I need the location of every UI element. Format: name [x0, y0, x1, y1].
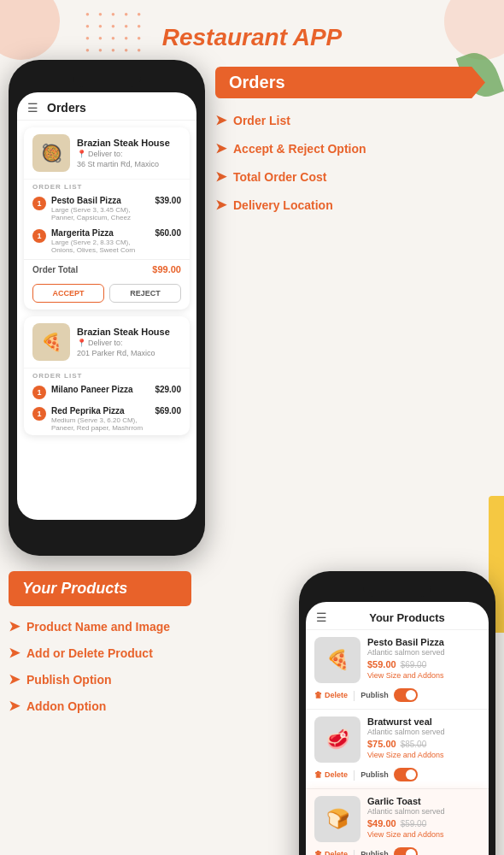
order-total-row: Order Total $99.00 [24, 259, 190, 279]
order-item-1-2-num: 1 [32, 229, 46, 243]
product-info-3: Garlic Toast Atlantic salmon served $49.… [367, 796, 480, 839]
trash-icon-2: 🗑 [314, 770, 322, 779]
orders-feature-item-4: ➤ Delivery Location [215, 197, 485, 213]
action-sep-1: | [353, 689, 355, 701]
orders-screen-title: Orders [47, 101, 86, 115]
product-card-3-main: 🍞 Garlic Toast Atlantic salmon served $4… [314, 796, 480, 842]
trash-icon-3: 🗑 [314, 850, 322, 855]
product-view-link-3[interactable]: View Size and Addons [367, 830, 480, 839]
product-img-3: 🍞 [314, 796, 360, 842]
order-item-2-2-details: Red Peprika Pizza Medium (Serve 3, 6.20 … [51, 406, 155, 432]
phone-screen-products: ☰ Your Products 🍕 Pesto Basil Pizza Atla… [306, 602, 489, 855]
main-layout: ☰ Orders 🥘 Brazian Steak House 📍 Deliver… [0, 60, 504, 556]
order-card-1-deliver-label: Deliver to: [88, 150, 123, 158]
product-card-2: 🥩 Bratwurst veal Atlantic salmon served … [306, 710, 489, 789]
product-price-old-1: $69.00 [401, 660, 427, 669]
chevron-icon-1: ➤ [215, 112, 226, 128]
hamburger-icon-2[interactable]: ☰ [316, 610, 327, 624]
order-list-label-1: ORDER LIST [24, 180, 190, 192]
product-name-2: Bratwurst veal [367, 716, 480, 727]
phone-notch [73, 72, 141, 87]
order-item-2-2-price: $69.00 [155, 406, 181, 416]
order-item-1-1-details: Pesto Basil Pizza Large (Serve 3, 3.45 C… [51, 196, 155, 221]
products-banner: Your Products [9, 571, 191, 606]
product-subtitle-1: Atlantic salmon served [367, 648, 480, 657]
products-feature-text-3: Publish Option [26, 673, 112, 687]
order-item-2-1-num: 1 [32, 386, 46, 399]
chevron-icon-p3: ➤ [9, 671, 20, 687]
order-item-1-2: 1 Margerita Pizza Large (Serve 2, 8.33 C… [24, 225, 190, 257]
products-feature-list: ➤ Product Name and Image ➤ Add or Delete… [9, 618, 191, 714]
chevron-icon-p4: ➤ [9, 698, 20, 714]
products-screen-header: ☰ Your Products [306, 602, 489, 630]
order-card-1-actions: ACCEPT REJECT [24, 279, 190, 310]
order-item-1-2-name: Margerita Pizza [51, 228, 155, 238]
product-card-1: 🍕 Pesto Basil Pizza Atlantic salmon serv… [306, 630, 489, 710]
products-feature-text-2: Add or Delete Product [26, 646, 153, 660]
order-item-1-1: 1 Pesto Basil Pizza Large (Serve 3, 3.45… [24, 192, 190, 225]
orders-feature-list: ➤ Order List ➤ Accept & Reject Option ➤ … [215, 112, 485, 213]
hamburger-icon[interactable]: ☰ [27, 101, 38, 115]
orders-screen-header: ☰ Orders [17, 92, 196, 121]
order-list-label-2: ORDER LIST [24, 369, 190, 381]
order-item-2-2-name: Red Peprika Pizza [51, 406, 155, 416]
product-actions-1: 🗑 Delete | Publish [314, 688, 480, 702]
product-card-3: 🍞 Garlic Toast Atlantic salmon served $4… [306, 789, 489, 855]
order-total-label: Order Total [32, 265, 78, 274]
orders-feature-text-4: Delivery Location [233, 198, 333, 212]
delete-button-2[interactable]: 🗑 Delete [314, 770, 348, 779]
product-view-link-2[interactable]: View Size and Addons [367, 751, 480, 759]
order-item-2-1: 1 Milano Paneer Pizza $29.00 [24, 381, 190, 403]
order-item-1-2-price: $60.00 [155, 228, 181, 238]
order-card-2: 🍕 Brazian Steak House 📍 Deliver to: 201 … [24, 316, 190, 435]
accept-button[interactable]: ACCEPT [32, 284, 104, 303]
pin-icon-2: 📍 [77, 339, 86, 347]
product-card-2-main: 🥩 Bratwurst veal Atlantic salmon served … [314, 716, 480, 763]
orders-feature-item-3: ➤ Total Order Cost [215, 168, 485, 185]
product-name-1: Pesto Basil Pizza [367, 637, 480, 647]
page-header: Restaurant APP [0, 0, 504, 60]
order-item-2-2: 1 Red Peprika Pizza Medium (Serve 3, 6.2… [24, 403, 190, 435]
product-view-link-1[interactable]: View Size and Addons [367, 671, 480, 680]
order-card-1-image: 🥘 [32, 134, 70, 172]
phone-screen-orders: ☰ Orders 🥘 Brazian Steak House 📍 Deliver… [17, 92, 196, 520]
product-price-row-2: $75.00 $85.00 [367, 739, 480, 749]
orders-feature-item-2: ➤ Accept & Reject Option [215, 140, 485, 156]
order-item-1-2-desc: Large (Serve 2, 8.33 CM), Onions, Olives… [51, 239, 155, 254]
order-card-2-name: Brazian Steak House [77, 327, 170, 337]
delete-button-1[interactable]: 🗑 Delete [314, 691, 348, 699]
action-sep-2: | [353, 769, 355, 781]
order-card-1-address: 36 St martin Rd, Maxico [77, 160, 170, 168]
orders-feature-text-3: Total Order Cost [233, 170, 326, 184]
publish-toggle-3[interactable] [394, 847, 418, 855]
order-card-1: 🥘 Brazian Steak House 📍 Deliver to: 36 S… [24, 127, 190, 310]
orders-feature-item-1: ➤ Order List [215, 112, 485, 128]
product-info-1: Pesto Basil Pizza Atlantic salmon served… [367, 637, 480, 680]
product-img-2: 🥩 [314, 716, 360, 763]
order-card-2-header: 🍕 Brazian Steak House 📍 Deliver to: 201 … [24, 316, 190, 369]
publish-toggle-2[interactable] [394, 768, 418, 781]
orders-info-panel: Orders ➤ Order List ➤ Accept & Reject Op… [205, 60, 495, 556]
order-item-1-1-desc: Large (Serve 3, 3.45 CM), Panner, Capsic… [51, 206, 155, 221]
products-feature-item-4: ➤ Addon Option [9, 698, 191, 714]
publish-label-3: Publish [360, 850, 389, 855]
order-card-2-deliver: 📍 Deliver to: [77, 339, 170, 347]
orders-feature-text-2: Accept & Reject Option [233, 142, 366, 156]
delete-button-3[interactable]: 🗑 Delete [314, 850, 348, 855]
phone-mockup-orders: ☰ Orders 🥘 Brazian Steak House 📍 Deliver… [9, 60, 205, 556]
order-card-2-info: Brazian Steak House 📍 Deliver to: 201 Pa… [77, 327, 170, 357]
order-item-2-2-desc: Medium (Serve 3, 6.20 CM), Paneer, Red p… [51, 416, 155, 432]
publish-toggle-1[interactable] [394, 688, 418, 702]
product-price-row-1: $59.00 $69.00 [367, 659, 480, 669]
pin-icon: 📍 [77, 150, 86, 158]
order-item-1-1-price: $39.00 [155, 196, 181, 205]
order-card-1-name: Brazian Steak House [77, 138, 170, 148]
reject-button[interactable]: REJECT [109, 284, 181, 303]
products-section-left: Your Products ➤ Product Name and Image ➤… [9, 571, 196, 724]
order-item-2-1-price: $29.00 [155, 385, 181, 394]
product-price-row-3: $49.00 $59.00 [367, 818, 480, 828]
product-img-1: 🍕 [314, 637, 360, 683]
trash-icon-1: 🗑 [314, 691, 322, 699]
order-card-2-address-text: 201 Parker Rd, Maxico [77, 349, 155, 357]
chevron-icon-3: ➤ [215, 168, 226, 185]
